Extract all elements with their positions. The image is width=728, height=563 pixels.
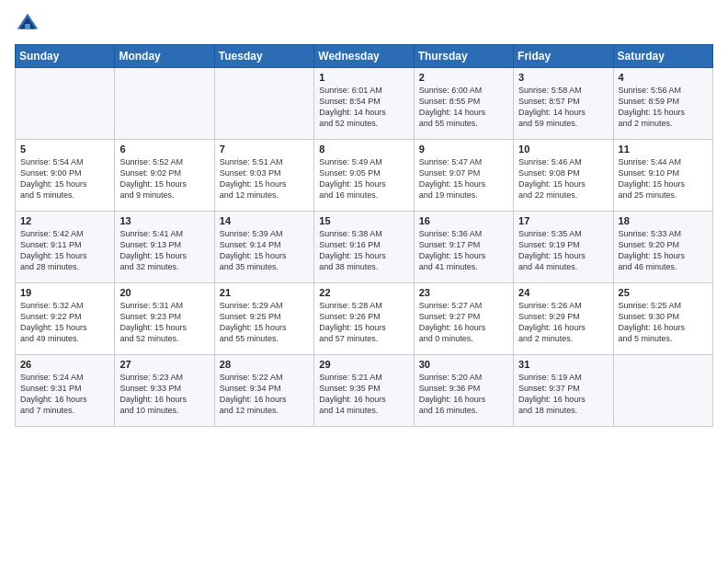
cell-content: Sunrise: 5:42 AM Sunset: 9:11 PM Dayligh… [20,228,109,273]
calendar-cell: 25Sunrise: 5:25 AM Sunset: 9:30 PM Dayli… [613,283,712,355]
cell-content: Sunrise: 5:22 AM Sunset: 9:34 PM Dayligh… [220,372,309,417]
calendar-table: SundayMondayTuesdayWednesdayThursdayFrid… [15,44,713,427]
cell-content: Sunrise: 5:19 AM Sunset: 9:37 PM Dayligh… [518,372,608,417]
calendar-cell [613,355,712,427]
week-row-5: 26Sunrise: 5:24 AM Sunset: 9:31 PM Dayli… [16,355,713,427]
header [15,11,713,37]
day-number: 8 [319,144,408,155]
header-cell-sunday: Sunday [16,45,115,68]
cell-content: Sunrise: 5:32 AM Sunset: 9:22 PM Dayligh… [20,300,109,345]
cell-content: Sunrise: 5:49 AM Sunset: 9:05 PM Dayligh… [319,156,408,201]
calendar-cell: 8Sunrise: 5:49 AM Sunset: 9:05 PM Daylig… [314,140,414,212]
calendar-cell [214,68,313,140]
cell-content: Sunrise: 5:26 AM Sunset: 9:29 PM Dayligh… [518,300,608,345]
cell-content: Sunrise: 5:31 AM Sunset: 9:23 PM Dayligh… [119,300,209,345]
cell-content: Sunrise: 5:24 AM Sunset: 9:31 PM Dayligh… [20,372,109,417]
calendar-cell: 29Sunrise: 5:21 AM Sunset: 9:35 PM Dayli… [314,355,414,427]
cell-content: Sunrise: 5:21 AM Sunset: 9:35 PM Dayligh… [319,372,408,417]
calendar-cell: 1Sunrise: 6:01 AM Sunset: 8:54 PM Daylig… [314,68,414,140]
calendar-cell: 21Sunrise: 5:29 AM Sunset: 9:25 PM Dayli… [214,283,313,355]
calendar-header: SundayMondayTuesdayWednesdayThursdayFrid… [16,45,713,68]
calendar-cell: 20Sunrise: 5:31 AM Sunset: 9:23 PM Dayli… [115,283,214,355]
calendar-cell: 24Sunrise: 5:26 AM Sunset: 9:29 PM Dayli… [514,283,613,355]
week-row-3: 12Sunrise: 5:42 AM Sunset: 9:11 PM Dayli… [16,212,713,283]
day-number: 6 [119,144,209,155]
calendar-cell: 30Sunrise: 5:20 AM Sunset: 9:36 PM Dayli… [414,355,513,427]
calendar-cell: 16Sunrise: 5:36 AM Sunset: 9:17 PM Dayli… [414,212,513,283]
cell-content: Sunrise: 5:54 AM Sunset: 9:00 PM Dayligh… [20,156,109,201]
day-number: 3 [518,72,608,83]
week-row-2: 5Sunrise: 5:54 AM Sunset: 9:00 PM Daylig… [16,140,713,212]
logo-icon [15,11,40,37]
cell-content: Sunrise: 5:58 AM Sunset: 8:57 PM Dayligh… [518,85,608,130]
day-number: 30 [419,359,508,370]
calendar-cell: 14Sunrise: 5:39 AM Sunset: 9:14 PM Dayli… [214,212,313,283]
cell-content: Sunrise: 6:00 AM Sunset: 8:55 PM Dayligh… [419,85,508,130]
calendar-page: SundayMondayTuesdayWednesdayThursdayFrid… [0,0,728,563]
day-number: 19 [20,287,109,298]
calendar-cell: 28Sunrise: 5:22 AM Sunset: 9:34 PM Dayli… [214,355,313,427]
cell-content: Sunrise: 6:01 AM Sunset: 8:54 PM Dayligh… [319,85,408,130]
calendar-cell: 23Sunrise: 5:27 AM Sunset: 9:27 PM Dayli… [414,283,513,355]
day-number: 7 [220,144,309,155]
day-number: 4 [619,72,708,83]
header-cell-friday: Friday [514,45,613,68]
day-number: 23 [419,287,508,298]
cell-content: Sunrise: 5:35 AM Sunset: 9:19 PM Dayligh… [518,228,608,273]
day-number: 26 [20,359,109,370]
calendar-cell: 13Sunrise: 5:41 AM Sunset: 9:13 PM Dayli… [115,212,214,283]
day-number: 14 [220,215,309,226]
day-number: 21 [220,287,309,298]
logo [15,11,44,37]
calendar-cell: 22Sunrise: 5:28 AM Sunset: 9:26 PM Dayli… [314,283,414,355]
calendar-cell: 6Sunrise: 5:52 AM Sunset: 9:02 PM Daylig… [115,140,214,212]
calendar-cell [16,68,115,140]
calendar-cell: 5Sunrise: 5:54 AM Sunset: 9:00 PM Daylig… [16,140,115,212]
day-number: 20 [119,287,209,298]
cell-content: Sunrise: 5:39 AM Sunset: 9:14 PM Dayligh… [220,228,309,273]
day-number: 5 [20,144,109,155]
week-row-1: 1Sunrise: 6:01 AM Sunset: 8:54 PM Daylig… [16,68,713,140]
cell-content: Sunrise: 5:29 AM Sunset: 9:25 PM Dayligh… [220,300,309,345]
calendar-cell: 17Sunrise: 5:35 AM Sunset: 9:19 PM Dayli… [514,212,613,283]
header-cell-tuesday: Tuesday [214,45,313,68]
cell-content: Sunrise: 5:25 AM Sunset: 9:30 PM Dayligh… [619,300,708,345]
day-number: 22 [319,287,408,298]
cell-content: Sunrise: 5:51 AM Sunset: 9:03 PM Dayligh… [220,156,309,201]
calendar-cell: 26Sunrise: 5:24 AM Sunset: 9:31 PM Dayli… [16,355,115,427]
calendar-cell [115,68,214,140]
calendar-cell: 12Sunrise: 5:42 AM Sunset: 9:11 PM Dayli… [16,212,115,283]
header-row: SundayMondayTuesdayWednesdayThursdayFrid… [16,45,713,68]
day-number: 31 [518,359,608,370]
cell-content: Sunrise: 5:52 AM Sunset: 9:02 PM Dayligh… [119,156,209,201]
cell-content: Sunrise: 5:33 AM Sunset: 9:20 PM Dayligh… [619,228,708,273]
day-number: 13 [119,215,209,226]
day-number: 12 [20,215,109,226]
calendar-cell: 3Sunrise: 5:58 AM Sunset: 8:57 PM Daylig… [514,68,613,140]
calendar-cell: 4Sunrise: 5:56 AM Sunset: 8:59 PM Daylig… [613,68,712,140]
cell-content: Sunrise: 5:20 AM Sunset: 9:36 PM Dayligh… [419,372,508,417]
calendar-cell: 9Sunrise: 5:47 AM Sunset: 9:07 PM Daylig… [414,140,513,212]
cell-content: Sunrise: 5:38 AM Sunset: 9:16 PM Dayligh… [319,228,408,273]
calendar-cell: 2Sunrise: 6:00 AM Sunset: 8:55 PM Daylig… [414,68,513,140]
header-cell-wednesday: Wednesday [314,45,414,68]
calendar-cell: 15Sunrise: 5:38 AM Sunset: 9:16 PM Dayli… [314,212,414,283]
day-number: 15 [319,215,408,226]
header-cell-monday: Monday [115,45,214,68]
day-number: 2 [419,72,508,83]
cell-content: Sunrise: 5:27 AM Sunset: 9:27 PM Dayligh… [419,300,508,345]
week-row-4: 19Sunrise: 5:32 AM Sunset: 9:22 PM Dayli… [16,283,713,355]
calendar-body: 1Sunrise: 6:01 AM Sunset: 8:54 PM Daylig… [16,68,713,427]
day-number: 9 [419,144,508,155]
cell-content: Sunrise: 5:41 AM Sunset: 9:13 PM Dayligh… [119,228,209,273]
day-number: 16 [419,215,508,226]
svg-rect-2 [25,24,30,29]
cell-content: Sunrise: 5:23 AM Sunset: 9:33 PM Dayligh… [119,372,209,417]
calendar-cell: 10Sunrise: 5:46 AM Sunset: 9:08 PM Dayli… [514,140,613,212]
day-number: 24 [518,287,608,298]
day-number: 18 [619,215,708,226]
calendar-cell: 31Sunrise: 5:19 AM Sunset: 9:37 PM Dayli… [514,355,613,427]
cell-content: Sunrise: 5:46 AM Sunset: 9:08 PM Dayligh… [518,156,608,201]
day-number: 17 [518,215,608,226]
cell-content: Sunrise: 5:44 AM Sunset: 9:10 PM Dayligh… [619,156,708,201]
